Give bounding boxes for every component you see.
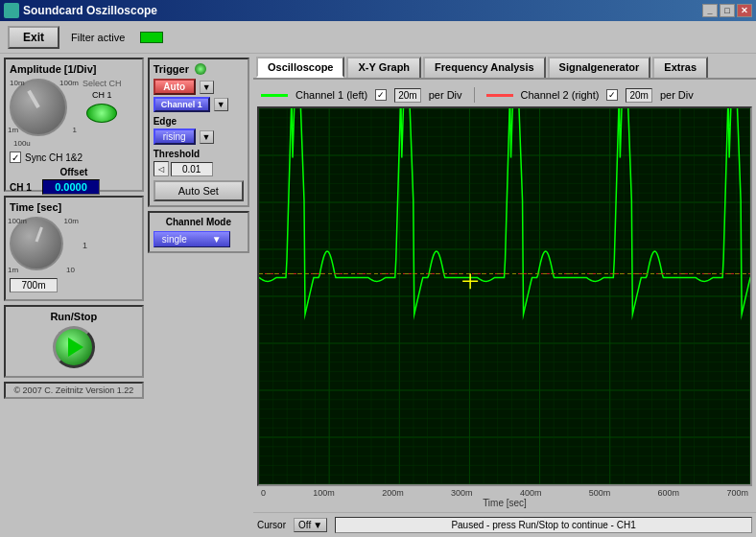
threshold-title: Threshold: [154, 149, 244, 159]
offset-title: Offset: [10, 167, 138, 177]
autoset-button[interactable]: Auto Set: [154, 180, 244, 201]
time-value[interactable]: 700m: [10, 278, 58, 292]
osc-grid: [257, 106, 752, 486]
trigger-mode-button[interactable]: Auto: [154, 79, 196, 95]
run-stop-button[interactable]: [53, 326, 95, 368]
left-panel: Amplitude [1/Div] 10m 100m 1m 1 100u: [0, 54, 253, 537]
channel-bar: Channel 1 (left) ✓ 20m per Div Channel 2…: [257, 83, 752, 106]
x-label-600m: 600m: [658, 488, 680, 498]
cursor-dropdown[interactable]: Off ▼: [294, 518, 327, 532]
amp-label-10m: 10m: [10, 79, 25, 87]
run-stop-title: Run/Stop: [10, 311, 138, 322]
trigger-title: Trigger: [154, 63, 189, 75]
tab-oscilloscope[interactable]: Oscilloscope: [256, 57, 344, 78]
app-icon: [4, 3, 19, 18]
threshold-slider[interactable]: ◁: [154, 161, 169, 176]
close-button[interactable]: ✕: [737, 4, 752, 17]
trigger-channel-button[interactable]: Channel 1: [154, 97, 210, 112]
tab-frequency[interactable]: Frequency Analysis: [423, 57, 546, 78]
filter-label: Filter active: [71, 32, 125, 43]
channel-mode-title: Channel Mode: [154, 217, 244, 227]
status-bar: Paused - press Run/Stop to continue - CH…: [335, 517, 752, 533]
time-section: Time [sec] 100m 10m 1m 10 1: [4, 196, 144, 301]
run-stop-section: Run/Stop: [4, 305, 144, 378]
trigger-mode-dropdown[interactable]: ▼: [200, 81, 214, 94]
select-ch-label: Select CH: [83, 79, 122, 88]
x-label-100m: 100m: [313, 488, 335, 498]
amplitude-title: Amplitude [1/Div]: [10, 63, 138, 75]
ch2-per-div[interactable]: 20m: [626, 88, 651, 103]
app-title: Soundcard Oszilloscope: [23, 4, 157, 17]
tab-xy-graph[interactable]: X-Y Graph: [346, 57, 421, 78]
cursor-label: Cursor: [257, 520, 286, 530]
ch1-color-line: [261, 94, 288, 97]
sync-label: Sync CH 1&2: [25, 152, 83, 163]
trigger-panel: Trigger Auto ▼ Channel 1 ▼ Edge: [148, 58, 249, 207]
ch1-indicator: [86, 104, 117, 123]
x-label-200m: 200m: [382, 488, 404, 498]
sync-check[interactable]: ✓ Sync CH 1&2: [10, 152, 138, 163]
amp-label-1m: 1m: [8, 126, 18, 134]
ch1-label: CH 1: [92, 90, 112, 100]
filter-led: [140, 32, 163, 43]
threshold-value[interactable]: 0.01: [171, 162, 213, 176]
channel-mode-arrow: ▼: [212, 234, 222, 245]
x-label-400m: 400m: [520, 488, 542, 498]
x-label-700m: 700m: [726, 488, 748, 498]
x-label-300m: 300m: [451, 488, 473, 498]
time-title: Time [sec]: [10, 201, 138, 213]
sync-checkbox[interactable]: ✓: [10, 152, 21, 163]
cursor-arrow: ▼: [313, 520, 322, 530]
tabs: Oscilloscope X-Y Graph Frequency Analysi…: [253, 54, 756, 80]
copyright-text: © 2007 C. Zeitnitz Version 1.22: [13, 385, 133, 395]
amp-label-100u: 100u: [13, 139, 31, 148]
x-axis-title: Time [sec]: [257, 498, 752, 508]
ch2-channel-label: Channel 2 (right): [521, 89, 600, 101]
ch2-checkbox[interactable]: ✓: [606, 89, 618, 101]
trigger-channel-dropdown[interactable]: ▼: [214, 98, 228, 111]
minimize-button[interactable]: _: [702, 4, 718, 17]
amplitude-section: Amplitude [1/Div] 10m 100m 1m 1 100u: [4, 58, 144, 192]
tab-extras[interactable]: Extras: [652, 57, 708, 78]
edge-dropdown[interactable]: ▼: [200, 130, 214, 144]
ch1-per-div-unit: per Div: [429, 89, 462, 101]
copyright: © 2007 C. Zeitnitz Version 1.22: [4, 382, 144, 399]
x-label-500m: 500m: [589, 488, 611, 498]
ch1-channel-label: Channel 1 (left): [295, 89, 367, 101]
bottom-bar: Cursor Off ▼ Paused - press Run/Stop to …: [253, 512, 756, 537]
amp-label-1: 1: [73, 126, 77, 134]
edge-button[interactable]: rising: [154, 128, 196, 145]
ch1-offset-value[interactable]: 0.0000: [42, 179, 100, 195]
ch1-offset-label: CH 1: [10, 182, 38, 193]
ch2-color-line: [486, 94, 513, 97]
osc-area: Channel 1 (left) ✓ 20m per Div Channel 2…: [253, 80, 756, 512]
ch2-per-div-unit: per Div: [660, 89, 694, 101]
ch1-per-div[interactable]: 20m: [394, 88, 420, 103]
channel-mode-dropdown[interactable]: single ▼: [154, 231, 230, 247]
tab-signal-gen[interactable]: Signalgenerator: [548, 57, 651, 78]
channel-mode-section: Channel Mode single ▼: [148, 211, 249, 253]
exit-button[interactable]: Exit: [8, 26, 59, 49]
oscilloscope-canvas: [259, 108, 750, 484]
amp-label-100m: 100m: [59, 79, 79, 87]
trigger-led: [195, 63, 206, 75]
top-bar: Exit Filter active: [0, 21, 756, 54]
right-panel: Oscilloscope X-Y Graph Frequency Analysi…: [253, 54, 756, 537]
title-bar: Soundcard Oszilloscope _ □ ✕: [0, 0, 756, 21]
play-icon: [68, 338, 83, 357]
channel-mode-value: single: [162, 234, 187, 245]
cursor-value: Off: [298, 520, 311, 530]
edge-title: Edge: [154, 116, 244, 127]
x-label-0: 0: [261, 488, 266, 498]
channel-divider: [474, 87, 475, 103]
ch1-checkbox[interactable]: ✓: [375, 89, 387, 101]
maximize-button[interactable]: □: [720, 4, 735, 17]
